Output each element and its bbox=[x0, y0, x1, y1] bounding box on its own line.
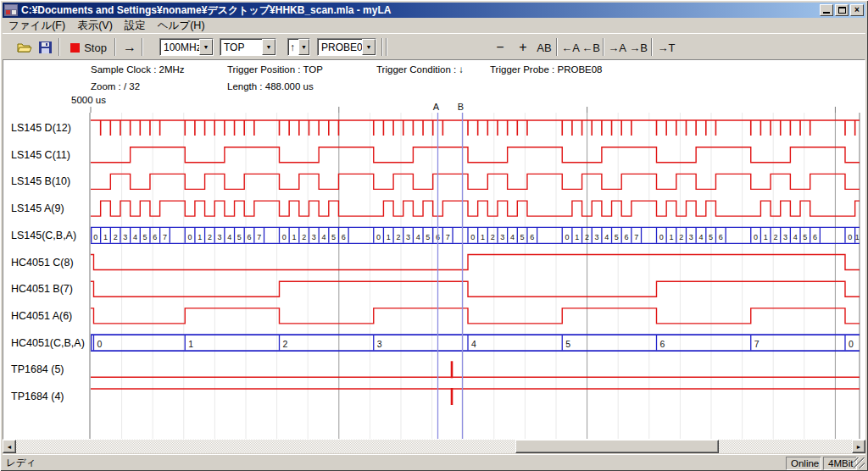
zoom-in-button[interactable]: + bbox=[514, 37, 532, 58]
zoom-out-button[interactable]: − bbox=[491, 37, 509, 58]
info-length: Length : 488.000 us bbox=[227, 81, 314, 91]
dropdown-arrow-icon[interactable]: ▼ bbox=[298, 39, 309, 55]
status-memory-badge: 4MBit bbox=[823, 457, 857, 470]
goto-trigger-button[interactable]: →T bbox=[655, 37, 677, 58]
dropdown-arrow-icon[interactable]: ▼ bbox=[362, 39, 376, 55]
open-folder-icon bbox=[17, 42, 32, 53]
menu-help[interactable]: ヘルプ(H) bbox=[152, 18, 211, 34]
dropdown-arrow-icon[interactable]: ▼ bbox=[199, 39, 213, 55]
info-trigger-probe: Trigger Probe : PROBE08 bbox=[490, 64, 603, 75]
info-trigger-position: Trigger Position : TOP bbox=[227, 64, 323, 75]
status-online-badge: Online bbox=[786, 457, 821, 470]
open-file-button[interactable] bbox=[14, 37, 35, 58]
menu-view[interactable]: 表示(V) bbox=[71, 18, 119, 34]
save-button[interactable] bbox=[35, 37, 55, 58]
toolbar-separator bbox=[386, 38, 387, 56]
minimize-icon bbox=[823, 7, 830, 14]
scroll-left-icon: ◄ bbox=[7, 444, 13, 450]
toolbar-separator bbox=[142, 38, 143, 56]
info-trigger-condition: Trigger Condition : ↓ bbox=[376, 64, 464, 75]
dropdown-arrow-icon[interactable]: ▼ bbox=[262, 39, 275, 55]
maximize-icon bbox=[838, 7, 846, 14]
goto-a-right-button[interactable]: →A bbox=[606, 37, 628, 58]
toolbar-separator bbox=[556, 38, 558, 56]
toolbar-separator bbox=[58, 38, 60, 56]
toolbar-separator bbox=[114, 38, 116, 56]
status-ready: レディ bbox=[6, 457, 36, 469]
scrollbar-thumb[interactable] bbox=[515, 440, 719, 453]
channel-label-hc4051-a-6-: HC4051 A(6) bbox=[11, 310, 72, 322]
channel-label-ls145-c-11-: LS145 C(11) bbox=[11, 149, 70, 161]
statusbar: レディ Online 4MBit bbox=[3, 454, 865, 469]
info-zoom: Zoom : / 32 bbox=[91, 81, 140, 91]
waveform-client-area[interactable] bbox=[3, 59, 865, 440]
ruler-time-label: 5000 us bbox=[71, 95, 106, 105]
toolbar-separator bbox=[603, 38, 604, 56]
ab-cursors-button[interactable]: AB bbox=[533, 37, 555, 58]
app-window: C:¥Documents and Settings¥noname¥デスクトップ¥… bbox=[0, 0, 868, 471]
stop-button[interactable]: Stop bbox=[65, 37, 112, 58]
toolbar: Stop → 100MHz ▼ TOP ▼ ↑ ▼ PROBE00 ▼ − + … bbox=[3, 33, 865, 59]
trigger-probe-combo[interactable]: PROBE00 ▼ bbox=[317, 38, 376, 56]
close-button[interactable]: × bbox=[850, 4, 864, 16]
scroll-left-button[interactable]: ◄ bbox=[3, 440, 16, 453]
minimize-button[interactable] bbox=[820, 4, 833, 16]
channel-label-ls145-c-b-a-: LS145(C,B,A) bbox=[11, 230, 76, 241]
window-title: C:¥Documents and Settings¥noname¥デスクトップ¥… bbox=[18, 3, 820, 18]
menu-file[interactable]: ファイル(F) bbox=[3, 18, 71, 34]
run-button[interactable]: → bbox=[120, 37, 140, 58]
scroll-right-button[interactable]: ► bbox=[852, 440, 865, 453]
floppy-disk-icon bbox=[39, 42, 52, 53]
menubar: ファイル(F) 表示(V) 設定 ヘルプ(H) bbox=[3, 18, 865, 33]
channel-label-hc4051-c-8-: HC4051 C(8) bbox=[11, 257, 74, 269]
titlebar[interactable]: C:¥Documents and Settings¥noname¥デスクトップ¥… bbox=[3, 3, 865, 18]
close-icon: × bbox=[854, 6, 860, 14]
scroll-right-icon: ► bbox=[856, 444, 862, 450]
trigger-edge-combo[interactable]: ↑ ▼ bbox=[287, 38, 310, 56]
goto-b-left-button[interactable]: ←B bbox=[580, 37, 602, 58]
info-sample-clock: Sample Clock : 2MHz bbox=[91, 64, 185, 75]
app-icon bbox=[4, 4, 18, 16]
channel-label-hc4051-b-7-: HC4051 B(7) bbox=[11, 283, 73, 295]
channel-label-ls145-b-10-: LS145 B(10) bbox=[11, 175, 70, 187]
channel-label-ls145-d-12-: LS145 D(12) bbox=[11, 122, 71, 134]
horizontal-scrollbar[interactable]: ◄ ► bbox=[3, 440, 865, 453]
stop-icon bbox=[70, 43, 80, 53]
goto-b-right-button[interactable]: →B bbox=[627, 37, 649, 58]
sample-clock-combo[interactable]: 100MHz ▼ bbox=[159, 38, 214, 56]
channel-label-ls145-a-9-: LS145 A(9) bbox=[11, 202, 64, 214]
toolbar-separator bbox=[651, 38, 653, 56]
channel-label-tp1684-5-: TP1684 (5) bbox=[11, 363, 64, 375]
channel-label-hc4051-c-b-a-: HC4051(C,B,A) bbox=[11, 337, 85, 349]
channel-label-tp1684-4-: TP1684 (4) bbox=[11, 391, 64, 402]
goto-a-left-button[interactable]: ←A bbox=[559, 37, 581, 58]
resize-grip-icon[interactable] bbox=[854, 457, 865, 468]
menu-settings[interactable]: 設定 bbox=[119, 18, 152, 34]
maximize-button[interactable] bbox=[835, 4, 849, 16]
trigger-position-combo[interactable]: TOP ▼ bbox=[220, 38, 276, 56]
toolbar-separator bbox=[381, 38, 383, 56]
